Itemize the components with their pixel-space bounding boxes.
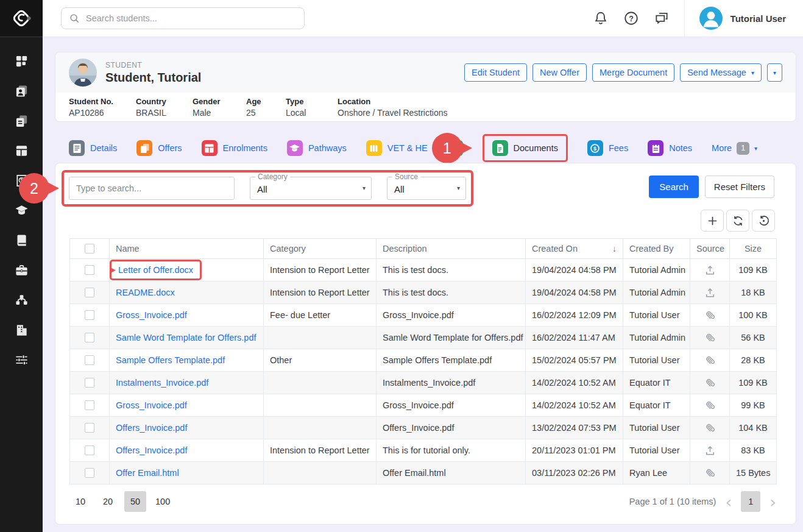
table-row[interactable]: Gross_Invoice.pdfGross_Invoice.pdf14/02/…: [70, 394, 777, 417]
document-link[interactable]: Instalments_Invoice.pdf: [116, 378, 208, 388]
chevron-down-icon: ▾: [754, 145, 757, 152]
page-size-100[interactable]: 100: [152, 491, 174, 512]
search-button[interactable]: Search: [649, 176, 699, 198]
table-row[interactable]: Instalments_Invoice.pdfInstalments_Invoi…: [70, 372, 777, 394]
document-link[interactable]: Letter of Offer.docx: [118, 265, 193, 275]
row-checkbox[interactable]: [85, 400, 94, 410]
page-number-button[interactable]: 1: [741, 491, 760, 512]
refresh-button[interactable]: [726, 210, 749, 232]
sidebar-item-dashboard[interactable]: [0, 46, 43, 76]
table-row[interactable]: Offers_Invoice.pdfOffers_Invoice.pdf13/0…: [70, 417, 777, 439]
row-checkbox[interactable]: [85, 468, 94, 478]
page-size-50[interactable]: 50: [124, 491, 146, 512]
sidebar-item-services[interactable]: [0, 255, 43, 285]
page-size-20[interactable]: 20: [97, 491, 119, 512]
row-checkbox[interactable]: [85, 423, 94, 433]
column-header-created-by[interactable]: Created By: [623, 239, 690, 259]
reset-filters-button[interactable]: Reset Filters: [705, 176, 774, 198]
document-link[interactable]: Sample Offers Template.pdf: [116, 355, 225, 365]
table-row[interactable]: Offer Email.htmlOffer Email.html03/11/20…: [70, 462, 777, 484]
document-link[interactable]: Gross_Invoice.pdf: [116, 400, 187, 410]
history-button[interactable]: [752, 210, 775, 232]
category-select-label: Category: [255, 172, 290, 181]
row-checkbox[interactable]: [85, 445, 94, 455]
table-row[interactable]: Samle Word Template for Offers.pdfSamle …: [70, 327, 777, 349]
row-checkbox[interactable]: [85, 310, 94, 320]
created-on-cell: 03/11/2023 02:26 PM: [526, 462, 623, 484]
tab-notes[interactable]: Notes: [648, 140, 692, 156]
document-search-input[interactable]: [69, 177, 235, 200]
column-header-select[interactable]: [70, 239, 110, 259]
sidebar-item-settings[interactable]: [0, 345, 43, 375]
document-link[interactable]: Gross_Invoice.pdf: [116, 310, 187, 320]
merge-document-button[interactable]: Merge Document: [592, 63, 674, 82]
add-document-button[interactable]: [701, 210, 724, 232]
document-source-cell: [690, 304, 730, 327]
source-select[interactable]: Source All ▾: [387, 177, 466, 200]
select-all-checkbox[interactable]: [85, 244, 94, 254]
tab-more[interactable]: More1▾: [712, 142, 757, 155]
table-row[interactable]: Sample Offers Template.pdfOtherSample Of…: [70, 349, 777, 372]
table-row[interactable]: Offers_Invoice.pdfIntension to Report Le…: [70, 439, 777, 462]
category-select[interactable]: Category All ▾: [250, 177, 372, 200]
sidebar-item-offers[interactable]: [0, 106, 43, 136]
row-checkbox[interactable]: [85, 333, 94, 342]
detail-label: Gender: [193, 97, 246, 106]
column-header-category[interactable]: Category: [264, 239, 377, 259]
notifications-icon[interactable]: [593, 10, 609, 26]
row-checkbox[interactable]: [85, 288, 94, 297]
pagination: 102050100 Page 1 of 1 (10 items) ‹ 1 ›: [69, 491, 776, 512]
document-link[interactable]: Samle Word Template for Offers.pdf: [116, 333, 256, 342]
sidebar-item-agents[interactable]: [0, 285, 43, 315]
global-search[interactable]: [61, 7, 305, 29]
document-link[interactable]: Offers_Invoice.pdf: [116, 423, 187, 433]
document-link[interactable]: Offers_Invoice.pdf: [116, 445, 187, 455]
document-source-cell: [690, 462, 730, 484]
search-input[interactable]: [86, 13, 297, 23]
document-category-cell: [264, 462, 377, 484]
edit-student-button[interactable]: Edit Student: [464, 63, 527, 82]
row-checkbox[interactable]: [85, 378, 94, 388]
next-page-icon[interactable]: ›: [769, 494, 776, 510]
table-row[interactable]: README.docxIntension to Report LetterThi…: [70, 282, 777, 304]
new-offer-button[interactable]: New Offer: [532, 63, 587, 82]
document-category-cell: Intension to Report Letter: [264, 282, 377, 304]
row-checkbox[interactable]: [85, 265, 94, 275]
annotation-balloon-2: 2: [19, 173, 49, 204]
filter-actions: Search Reset Filters: [649, 176, 774, 198]
tab-documents[interactable]: Documents: [492, 140, 558, 156]
document-link[interactable]: README.docx: [116, 288, 175, 297]
table-row[interactable]: 3Letter of Offer.docxIntension to Report…: [70, 259, 777, 282]
column-header-description[interactable]: Description: [377, 239, 526, 259]
tab-enrolments[interactable]: Enrolments: [202, 140, 267, 156]
svg-text:?: ?: [629, 15, 634, 23]
tab-fees[interactable]: $Fees: [587, 140, 628, 156]
tab-offers[interactable]: Offers: [136, 140, 182, 156]
tab-details[interactable]: Details: [69, 140, 117, 156]
document-link[interactable]: Offer Email.html: [116, 468, 179, 478]
row-checkbox[interactable]: [85, 355, 94, 365]
chevron-down-icon: ▾: [751, 69, 754, 76]
user-menu[interactable]: Tutorial User: [685, 7, 803, 30]
send-message-button[interactable]: Send Message▾: [680, 63, 762, 82]
table-row[interactable]: Gross_Invoice.pdfFee- due LetterGross_In…: [70, 304, 777, 327]
column-header-source[interactable]: Source: [690, 239, 730, 259]
column-header-size[interactable]: Size: [730, 239, 777, 259]
column-header-created-on[interactable]: Created On↓: [526, 239, 623, 259]
app-logo[interactable]: [0, 0, 43, 37]
column-header-name[interactable]: Name: [110, 239, 264, 259]
tab-pathways[interactable]: Pathways: [287, 140, 347, 156]
help-icon[interactable]: ?: [623, 10, 639, 26]
sidebar-item-courses[interactable]: [0, 225, 43, 255]
tab-label: Notes: [669, 143, 692, 153]
document-name-cell: Samle Word Template for Offers.pdf: [110, 327, 264, 349]
tab-vet-he[interactable]: VET & HE: [366, 140, 428, 156]
prev-page-icon[interactable]: ‹: [725, 494, 732, 510]
sidebar-item-organisations[interactable]: [0, 315, 43, 345]
page-size-10[interactable]: 10: [69, 491, 91, 512]
chat-icon[interactable]: [654, 10, 670, 26]
sidebar-item-enrolments[interactable]: [0, 136, 43, 166]
sidebar-item-students[interactable]: [0, 76, 43, 106]
created-by-cell: Tutorial Admin: [623, 259, 690, 282]
more-actions-button[interactable]: ▾: [767, 63, 782, 82]
